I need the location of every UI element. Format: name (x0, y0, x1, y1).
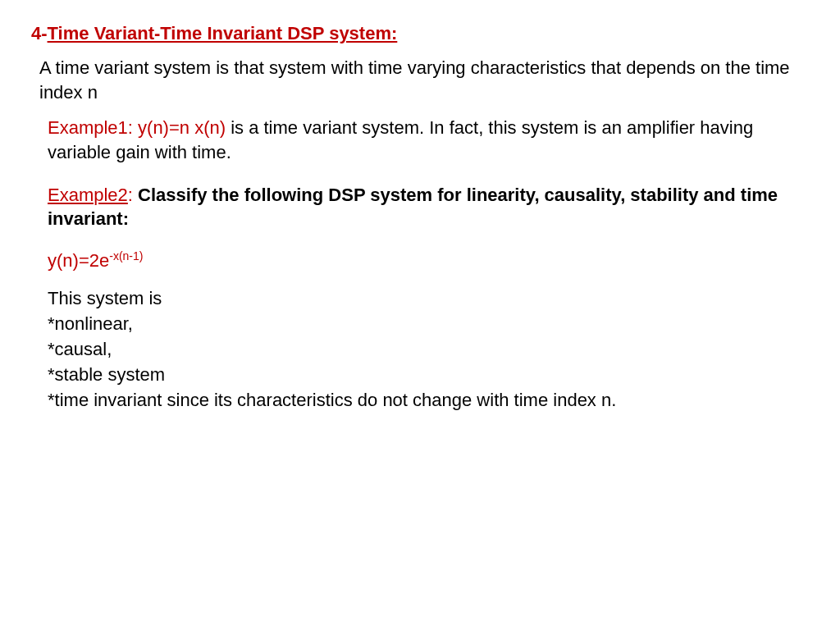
example2-question: Classify the following DSP system for li… (48, 185, 778, 230)
answer-line-3: *causal, (48, 337, 809, 363)
answer-line-2: *nonlinear, (48, 312, 809, 337)
formula-exponent: -x(n-1) (109, 249, 143, 262)
answer-block: This system is *nonlinear, *causal, *sta… (48, 286, 809, 413)
answer-line-1: This system is (48, 286, 809, 312)
example2-colon: : (128, 185, 138, 205)
answer-line-5: *time invariant since its characteristic… (48, 388, 809, 413)
heading-title: Time Variant-Time Invariant DSP system: (48, 23, 398, 43)
example2-block: Example2: Classify the following DSP sys… (48, 183, 809, 231)
slide-content: 4-Time Variant-Time Invariant DSP system… (0, 0, 840, 436)
example2-label: Example2 (48, 185, 128, 205)
answer-line-4: *stable system (48, 363, 809, 388)
formula: y(n)=2e-x(n-1) (48, 249, 809, 272)
section-heading: 4-Time Variant-Time Invariant DSP system… (31, 23, 809, 44)
intro-paragraph: A time variant system is that system wit… (39, 56, 809, 104)
example1-block: Example1: y(n)=n x(n) is a time variant … (48, 116, 809, 164)
heading-number: 4- (31, 23, 48, 43)
formula-base: y(n)=2e (48, 250, 109, 271)
example1-label: Example1: y(n)=n x(n) (48, 117, 231, 138)
